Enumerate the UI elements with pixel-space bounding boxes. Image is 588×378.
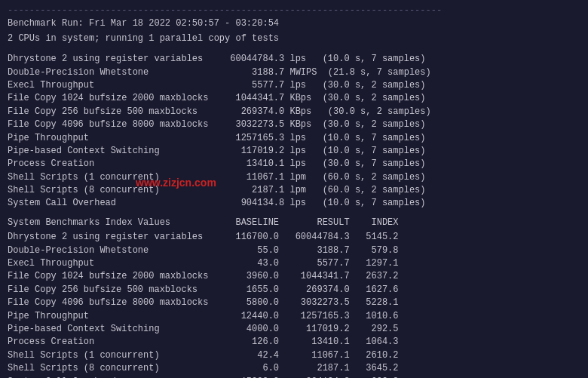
table-data-row: File Copy 4096 bufsize 8000 maxblocks 58… bbox=[8, 297, 580, 309]
table-data-row: Double-Precision Whetstone 55.0 3188.7 5… bbox=[8, 244, 580, 257]
table-rows: Dhrystone 2 using register variables 116… bbox=[8, 231, 580, 378]
bench-row: File Copy 4096 bufsize 8000 maxblocks 30… bbox=[8, 118, 580, 131]
table-data-row: Pipe-based Context Switching 4000.0 1170… bbox=[8, 323, 580, 336]
table-data-row: Execl Throughput 43.0 5577.7 1297.1 bbox=[8, 257, 580, 270]
bench-row: Double-Precision Whetstone 3188.7 MWIPS … bbox=[8, 66, 580, 79]
bench-row: Pipe-based Context Switching 117019.2 lp… bbox=[8, 145, 580, 158]
terminal: ----------------------------------------… bbox=[0, 0, 588, 378]
bench-row: Shell Scripts (1 concurrent) 11067.1 lpm… bbox=[8, 171, 580, 184]
separator-top: ----------------------------------------… bbox=[8, 5, 580, 17]
table-header: System Benchmarks Index Values BASELINE … bbox=[8, 217, 580, 229]
table-data-row: System Call Overhead 15000.0 904134.8 60… bbox=[8, 376, 580, 378]
bench-row: Dhrystone 2 using register variables 600… bbox=[8, 53, 580, 66]
bench-row: Pipe Throughput 1257165.3 lps (10.0 s, 7… bbox=[8, 132, 580, 145]
bench-row: Process Creation 13410.1 lps (30.0 s, 7 … bbox=[8, 158, 580, 171]
table-section: System Benchmarks Index Values BASELINE … bbox=[8, 217, 580, 378]
table-header-row: System Benchmarks Index Values BASELINE … bbox=[8, 217, 580, 229]
bench-row: Shell Scripts (8 concurrent) 2187.1 lpm … bbox=[8, 184, 580, 197]
table-data-row: File Copy 256 bufsize 500 maxblocks 1655… bbox=[8, 284, 580, 297]
table-data-row: File Copy 1024 bufsize 2000 maxblocks 39… bbox=[8, 270, 580, 283]
watermark: www.zizjcn.com bbox=[136, 175, 216, 190]
bench-rows: Dhrystone 2 using register variables 600… bbox=[8, 53, 580, 211]
table-data-row: Shell Scripts (8 concurrent) 6.0 2187.1 … bbox=[8, 362, 580, 375]
bench-row: Execl Throughput 5577.7 lps (30.0 s, 2 s… bbox=[8, 79, 580, 92]
table-data-row: Dhrystone 2 using register variables 116… bbox=[8, 231, 580, 244]
table-data-row: Pipe Throughput 12440.0 1257165.3 1010.6 bbox=[8, 310, 580, 323]
table-data-row: Shell Scripts (1 concurrent) 42.4 11067.… bbox=[8, 349, 580, 362]
bench-row: File Copy 256 bufsize 500 maxblocks 2693… bbox=[8, 106, 580, 118]
bench-row: System Call Overhead 904134.8 lps (10.0 … bbox=[8, 197, 580, 210]
table-data-row: Process Creation 126.0 13410.1 1064.3 bbox=[8, 336, 580, 349]
header-line-1: Benchmark Run: Fri Mar 18 2022 02:50:57 … bbox=[8, 17, 580, 30]
header-line-2: 2 CPUs in system; running 1 parallel cop… bbox=[8, 32, 580, 45]
bench-row: File Copy 1024 bufsize 2000 maxblocks 10… bbox=[8, 92, 580, 105]
